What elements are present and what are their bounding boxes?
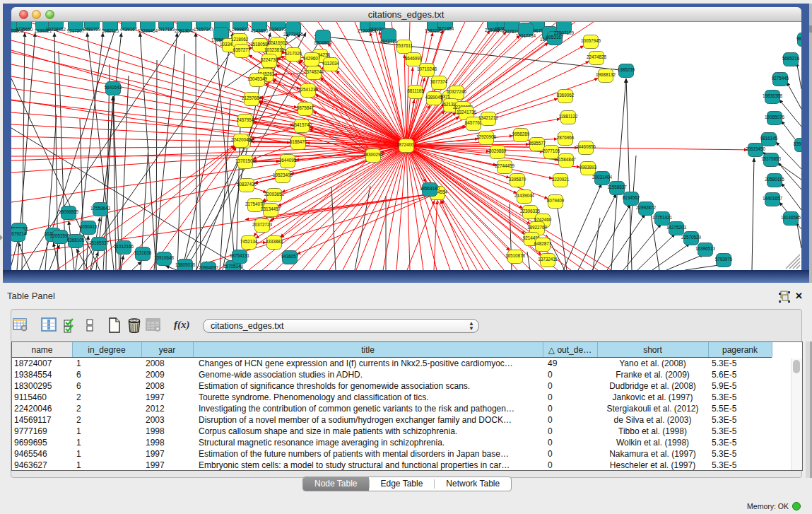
- svg-text:22744459: 22744459: [495, 163, 515, 168]
- svg-text:3395870: 3395870: [509, 177, 526, 182]
- svg-text:15165337: 15165337: [89, 240, 110, 245]
- svg-text:9983893: 9983893: [579, 165, 597, 170]
- svg-text:20772475: 20772475: [283, 32, 304, 37]
- svg-text:22507109: 22507109: [554, 30, 575, 35]
- svg-text:19299464: 19299464: [138, 28, 158, 33]
- svg-text:9816145: 9816145: [760, 136, 778, 141]
- svg-text:8369062: 8369062: [557, 93, 575, 98]
- svg-text:18724007: 18724007: [396, 142, 417, 147]
- svg-text:18922760: 18922760: [527, 225, 548, 230]
- svg-text:20372723: 20372723: [252, 222, 273, 227]
- svg-text:14460856: 14460856: [576, 144, 596, 149]
- svg-text:5793975: 5793975: [715, 257, 733, 262]
- svg-text:18300295: 18300295: [363, 152, 384, 157]
- svg-text:4843718: 4843718: [380, 39, 398, 44]
- svg-text:13421212: 13421212: [478, 115, 499, 120]
- svg-text:11881122: 11881122: [558, 114, 578, 119]
- svg-text:4429607: 4429607: [303, 56, 321, 61]
- svg-text:6217026: 6217026: [285, 51, 302, 56]
- svg-text:22474828: 22474828: [587, 54, 607, 59]
- svg-text:7452134: 7452134: [240, 239, 258, 244]
- svg-text:11558837: 11558837: [607, 185, 627, 189]
- svg-text:21012166: 21012166: [114, 244, 134, 249]
- svg-text:8685577: 8685577: [529, 141, 546, 146]
- svg-text:14275203: 14275203: [666, 225, 687, 230]
- svg-text:19523409: 19523409: [273, 173, 293, 177]
- svg-text:11584847: 11584847: [556, 157, 576, 162]
- svg-text:2077105: 2077105: [543, 148, 560, 153]
- svg-text:7671884: 7671884: [437, 26, 454, 31]
- svg-text:1999828: 1999828: [232, 27, 249, 32]
- svg-text:10323815: 10323815: [264, 47, 285, 52]
- svg-text:8134562: 8134562: [623, 195, 640, 200]
- svg-text:21754078: 21754078: [245, 201, 266, 206]
- svg-text:8811165: 8811165: [407, 88, 424, 93]
- svg-text:1385239: 1385239: [618, 67, 635, 72]
- svg-text:10057945: 10057945: [581, 38, 601, 43]
- svg-text:19085076: 19085076: [765, 115, 785, 119]
- svg-text:22570529: 22570529: [681, 235, 702, 240]
- svg-text:3677374: 3677374: [430, 79, 448, 84]
- svg-text:2457954: 2457954: [237, 117, 254, 122]
- svg-text:9436057: 9436057: [281, 254, 299, 259]
- svg-text:8029889: 8029889: [489, 148, 507, 153]
- svg-text:6368105: 6368105: [67, 238, 85, 243]
- svg-text:3131636: 3131636: [134, 250, 152, 255]
- svg-text:4735650: 4735650: [16, 27, 33, 32]
- svg-text:3644095: 3644095: [279, 158, 297, 163]
- svg-text:6482877: 6482877: [534, 241, 552, 246]
- svg-text:13748244: 13748244: [304, 69, 324, 74]
- svg-text:9875847: 9875847: [297, 105, 314, 110]
- svg-text:8359183: 8359183: [794, 141, 801, 146]
- svg-text:6357277: 6357277: [233, 47, 251, 52]
- svg-text:13732411: 13732411: [538, 257, 558, 262]
- svg-text:10228452: 10228452: [46, 27, 66, 32]
- svg-text:13910648: 13910648: [154, 255, 175, 260]
- svg-text:9275445: 9275445: [772, 76, 789, 81]
- svg-text:19017734: 19017734: [516, 33, 536, 38]
- svg-text:22306335: 22306335: [520, 209, 541, 214]
- svg-text:19836388: 19836388: [763, 93, 783, 98]
- svg-text:9958289: 9958289: [512, 132, 530, 136]
- svg-text:4050413: 4050413: [80, 224, 98, 229]
- svg-text:8079409: 8079409: [547, 198, 565, 203]
- svg-text:10710248: 10710248: [417, 66, 437, 71]
- svg-text:4143890: 4143890: [251, 28, 269, 33]
- svg-text:8336273: 8336273: [269, 27, 287, 32]
- svg-text:3333883: 3333883: [266, 239, 283, 244]
- svg-text:18096865: 18096865: [59, 209, 79, 214]
- svg-text:20994697: 20994697: [199, 265, 219, 270]
- svg-text:19688132: 19688132: [596, 72, 616, 77]
- svg-text:22420046: 22420046: [231, 137, 252, 142]
- svg-text:9887903: 9887903: [796, 36, 801, 41]
- svg-text:16705148: 16705148: [223, 264, 244, 269]
- svg-text:5188470: 5188470: [290, 139, 307, 144]
- svg-text:16510878: 16510878: [505, 253, 526, 258]
- svg-text:4112034: 4112034: [322, 61, 340, 66]
- svg-text:2876966: 2876966: [557, 135, 575, 140]
- svg-text:4679214: 4679214: [11, 231, 27, 236]
- svg-text:20580115: 20580115: [765, 177, 784, 182]
- svg-text:5682115: 5682115: [102, 28, 119, 33]
- svg-text:22093651: 22093651: [264, 192, 285, 197]
- svg-text:5685216: 5685216: [782, 56, 800, 61]
- svg-text:21257684: 21257684: [242, 95, 262, 100]
- svg-text:13045349: 13045349: [247, 76, 268, 81]
- svg-text:13241736: 13241736: [457, 110, 477, 115]
- svg-text:15157347: 15157347: [194, 27, 214, 32]
- svg-text:3917183: 3917183: [158, 27, 175, 32]
- svg-text:14401657: 14401657: [763, 196, 783, 201]
- svg-text:12920906: 12920906: [476, 134, 497, 139]
- svg-text:9217207: 9217207: [67, 28, 85, 33]
- svg-text:19563180: 19563180: [420, 186, 440, 191]
- svg-text:10837430: 10837430: [237, 182, 257, 187]
- svg-text:13134457: 13134457: [261, 206, 281, 211]
- svg-text:1218062: 1218062: [231, 37, 249, 42]
- svg-text:8489709: 8489709: [83, 27, 101, 32]
- svg-text:2537611: 2537611: [396, 43, 413, 48]
- svg-text:4439167: 4439167: [120, 27, 138, 32]
- svg-text:20031404: 20031404: [592, 175, 613, 180]
- svg-text:15375853: 15375853: [761, 156, 782, 161]
- svg-text:16415740: 16415740: [292, 122, 312, 127]
- svg-text:20813640: 20813640: [175, 28, 195, 33]
